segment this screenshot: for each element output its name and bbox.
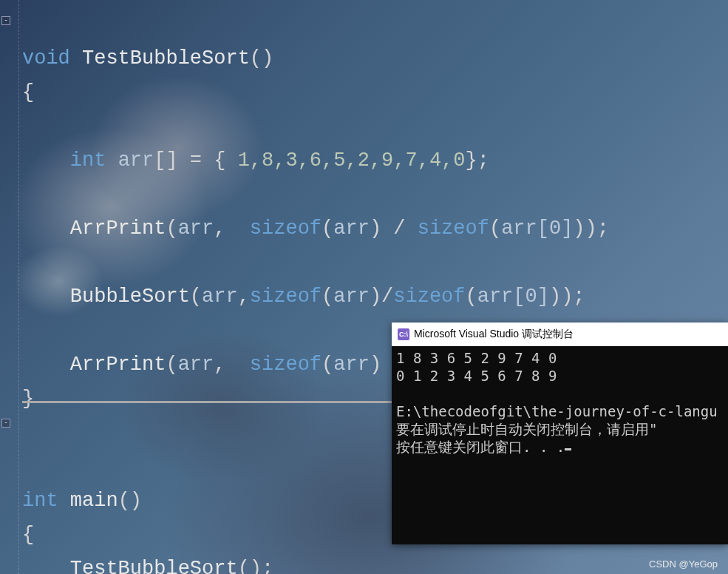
lparen: ( [190, 286, 202, 308]
lparen: ( [489, 217, 501, 240]
keyword-sizeof: sizeof [393, 286, 465, 308]
lparen: ( [322, 354, 333, 376]
fold-toggle-icon[interactable]: - [1, 16, 10, 25]
lparen: ( [322, 217, 333, 240]
brace-open: { [22, 81, 34, 104]
console-line: 0 1 2 3 4 5 6 7 8 9 [396, 368, 557, 384]
arg-arr: arr [333, 286, 370, 308]
keyword-sizeof: sizeof [418, 217, 489, 240]
keyword-sizeof: sizeof [250, 354, 322, 376]
rparen: ) [370, 354, 381, 376]
arg-arr: arr [178, 217, 214, 240]
keyword-int: int [70, 149, 106, 172]
parens: () [238, 558, 262, 574]
brackets: [] [154, 149, 177, 172]
keyword-sizeof: sizeof [250, 217, 322, 240]
keyword-void: void [22, 47, 70, 70]
debug-console-window[interactable]: C:\ Microsoft Visual Studio 调试控制台 1 8 3 … [392, 323, 728, 544]
editor-gutter: - - [0, 0, 22, 574]
call-arrprint: ArrPrint [70, 354, 166, 376]
assign: = [178, 149, 214, 172]
watermark-text: CSDN @YeGop [649, 558, 718, 570]
call-bubblesort: BubbleSort [70, 286, 190, 308]
console-app-icon: C:\ [398, 328, 409, 340]
console-cursor [565, 448, 571, 450]
keyword-int: int [22, 490, 58, 512]
brace: { [214, 149, 237, 172]
console-line: 要在调试停止时自动关闭控制台，请启用" [396, 421, 657, 437]
lparen: ( [166, 217, 177, 240]
arg-arr: arr [333, 217, 370, 240]
arr-zero: arr[0] [477, 286, 549, 308]
slash: / [381, 217, 418, 240]
console-output: 1 8 3 6 5 2 9 7 4 0 0 1 2 3 4 5 6 7 8 9 … [392, 346, 728, 459]
brace-close-semi: }; [466, 149, 489, 172]
slash: / [381, 286, 393, 308]
console-line: 按任意键关闭此窗口. . . [396, 439, 565, 455]
comma: , [214, 217, 237, 240]
comma: , [238, 286, 250, 308]
gutter-guide-line [18, 0, 19, 574]
console-titlebar[interactable]: C:\ Microsoft Visual Studio 调试控制台 [392, 323, 728, 346]
call-testbubblesort: TestBubbleSort [70, 558, 238, 574]
rparen: ) [370, 217, 381, 240]
call-arrprint: ArrPrint [70, 217, 166, 240]
console-line: 1 8 3 6 5 2 9 7 4 0 [396, 350, 557, 366]
function-name: TestBubbleSort [82, 47, 250, 70]
arg-arr: arr [202, 286, 238, 308]
rparen-semi: ); [585, 217, 609, 240]
comma: , [214, 354, 237, 376]
semi: ; [262, 558, 273, 574]
arr-zero: arr[0] [501, 217, 573, 240]
brace-open: { [22, 524, 34, 546]
array-literal: 1,8,3,6,5,2,9,7,4,0 [238, 149, 466, 172]
rparen-semi: ); [561, 286, 585, 308]
rparen: ) [549, 286, 561, 308]
console-title: Microsoft Visual Studio 调试控制台 [414, 328, 574, 341]
arg-arr: arr [178, 354, 214, 376]
lparen: ( [322, 286, 333, 308]
rparen: ) [370, 286, 381, 308]
lparen: ( [466, 286, 477, 308]
identifier-arr: arr [118, 149, 154, 172]
brace-close: } [22, 388, 34, 410]
lparen: ( [166, 354, 177, 376]
function-main: main [70, 490, 118, 512]
fold-toggle-icon[interactable]: - [1, 419, 10, 428]
parens: () [118, 490, 142, 512]
keyword-sizeof: sizeof [250, 286, 322, 308]
rparen: ) [573, 217, 585, 240]
arg-arr: arr [333, 354, 370, 376]
parens: () [250, 47, 273, 70]
console-line: E:\thecodeofgit\the-journey-of-c-langu [396, 403, 718, 419]
